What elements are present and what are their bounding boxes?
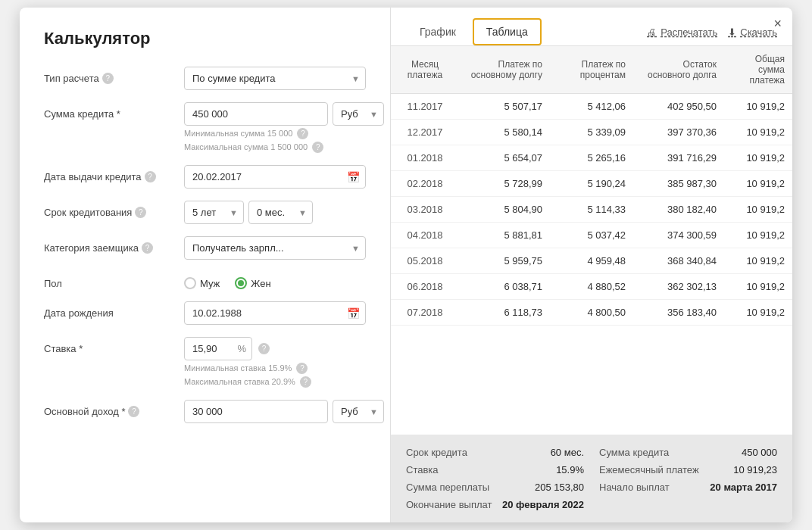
rate-help-icon[interactable]: ? <box>258 343 270 354</box>
issue-date-wrap: 📅 <box>184 165 366 189</box>
hint-min-icon[interactable]: ? <box>297 128 308 139</box>
rate-hint-min-icon[interactable]: ? <box>296 363 308 374</box>
borrower-select[interactable]: Получатель зарпл... <box>184 236 366 260</box>
cell-total: 10 919,2 <box>724 171 792 197</box>
cell-month: 05.2018 <box>391 248 459 274</box>
summary-value: 20 февраля 2022 <box>502 499 584 510</box>
tab-graph[interactable]: График <box>406 18 470 45</box>
birthdate-control: 📅 <box>184 301 366 325</box>
credit-sum-control: Руб USD EUR ▼ Минимальная сумма 15 000 ?… <box>184 102 384 153</box>
rate-label: Ставка * <box>44 337 184 354</box>
cell-principal: 5 881,81 <box>459 223 550 248</box>
gender-label: Пол <box>44 272 184 289</box>
panel-title: Калькулятор <box>44 29 366 48</box>
income-input[interactable] <box>184 400 328 423</box>
col-month: Месяц платежа <box>391 46 459 94</box>
cell-principal: 5 507,17 <box>459 94 550 120</box>
credit-sum-hint-min: Минимальная сумма 15 000 ? <box>184 128 384 139</box>
cell-principal: 5 580,14 <box>459 120 550 145</box>
hint-max-icon[interactable]: ? <box>312 142 323 153</box>
summary-value: 20 марта 2017 <box>710 482 777 493</box>
payment-table-container[interactable]: Месяц платежа Платеж по основному долгу … <box>391 46 792 435</box>
rate-input[interactable] <box>184 337 252 360</box>
borrower-row: Категория заемщика ? Получатель зарпл...… <box>44 236 366 260</box>
summary-value: 10 919,23 <box>733 464 777 475</box>
credit-sum-input[interactable] <box>184 102 328 126</box>
col-interest: Платеж по процентам <box>550 46 633 94</box>
calc-type-help-icon[interactable]: ? <box>102 73 114 84</box>
calculator-modal: × Калькулятор Тип расчета ? По сумме кре… <box>20 8 792 522</box>
cell-month: 02.2018 <box>391 171 459 197</box>
summary-label: Начало выплат <box>599 482 670 493</box>
issue-date-row: Дата выдачи кредита ? 📅 <box>44 165 366 189</box>
summary-label: Ставка <box>406 464 439 475</box>
table-body: 11.2017 5 507,17 5 412,06 402 950,50 10 … <box>391 94 792 326</box>
income-control: РубUSDEUR ▼ <box>184 400 384 423</box>
table-row: 06.2018 6 038,71 4 880,52 362 302,13 10 … <box>391 274 792 300</box>
birthdate-input[interactable] <box>184 301 366 325</box>
income-currency-select[interactable]: РубUSDEUR <box>333 400 384 423</box>
cell-balance: 380 182,40 <box>633 197 724 223</box>
term-label: Срок кредитования ? <box>44 201 184 218</box>
summary-row: Ставка 15.9% <box>406 463 584 477</box>
cell-principal: 5 728,99 <box>459 171 550 197</box>
summary-label: Сумма кредита <box>599 447 669 458</box>
cell-month: 11.2017 <box>391 94 459 120</box>
currency-select[interactable]: Руб USD EUR <box>333 102 384 126</box>
term-years-select[interactable]: 1 лет2 лет3 лет 4 лет5 лет 6 лет7 лет10 … <box>184 201 244 224</box>
term-help-icon[interactable]: ? <box>135 207 146 218</box>
borrower-control: Получатель зарпл... ▼ <box>184 236 366 260</box>
rate-control: % ? Минимальная ставка 15.9% ? Максималь… <box>184 337 366 388</box>
borrower-select-wrap: Получатель зарпл... ▼ <box>184 236 366 260</box>
credit-sum-label: Сумма кредита * <box>44 102 184 120</box>
rate-hint-max-icon[interactable]: ? <box>300 376 311 388</box>
credit-sum-row: Сумма кредита * Руб USD EUR ▼ Минима <box>44 102 366 153</box>
gender-male-option[interactable]: Муж <box>184 277 220 289</box>
col-balance: Остаток основного долга <box>633 46 724 94</box>
income-help-icon[interactable]: ? <box>128 406 139 417</box>
summary-label: Ежемесячный платеж <box>599 464 699 475</box>
print-button[interactable]: 🖨 Распечатать <box>647 26 717 38</box>
calc-type-control: По сумме кредита По платежу ▼ <box>184 67 366 90</box>
print-icon: 🖨 <box>647 26 657 38</box>
cell-balance: 356 183,40 <box>633 300 724 326</box>
summary-row: Ежемесячный платеж 10 919,23 <box>599 463 777 477</box>
cell-month: 07.2018 <box>391 300 459 326</box>
gender-male-radio[interactable] <box>184 277 196 289</box>
issue-date-input[interactable] <box>184 165 366 189</box>
issue-date-help-icon[interactable]: ? <box>145 171 156 182</box>
borrower-help-icon[interactable]: ? <box>142 242 153 254</box>
income-currency-select-wrap: РубUSDEUR ▼ <box>333 400 384 423</box>
cell-total: 10 919,2 <box>724 120 792 145</box>
cell-interest: 5 190,24 <box>550 171 633 197</box>
col-total: Общая сумма платежа <box>724 46 792 94</box>
cell-interest: 5 037,42 <box>550 223 633 248</box>
summary-label: Окончание выплат <box>406 499 492 510</box>
rate-input-wrap: % <box>184 337 252 360</box>
summary-value: 60 мес. <box>551 447 584 458</box>
cell-month: 06.2018 <box>391 274 459 300</box>
cell-interest: 5 412,06 <box>550 94 633 120</box>
cell-interest: 5 114,33 <box>550 197 633 223</box>
gender-female-option[interactable]: Жен <box>235 277 270 289</box>
close-button[interactable]: × <box>773 17 782 30</box>
col-principal: Платеж по основному долгу <box>459 46 550 94</box>
cell-principal: 5 654,07 <box>459 145 550 171</box>
birthdate-wrap: 📅 <box>184 301 366 325</box>
cell-total: 10 919,2 <box>724 94 792 120</box>
gender-female-radio[interactable] <box>235 277 247 289</box>
calc-type-select[interactable]: По сумме кредита По платежу <box>184 67 366 90</box>
download-button[interactable]: ⬇ Скачать <box>728 26 777 38</box>
cell-balance: 362 302,13 <box>633 274 724 300</box>
term-control: 1 лет2 лет3 лет 4 лет5 лет 6 лет7 лет10 … <box>184 201 366 224</box>
cell-month: 01.2018 <box>391 145 459 171</box>
tab-table[interactable]: Таблица <box>473 18 542 45</box>
rate-hint-min: Минимальная ставка 15.9% ? <box>184 363 366 374</box>
calc-type-select-wrap: По сумме кредита По платежу ▼ <box>184 67 366 90</box>
table-row: 11.2017 5 507,17 5 412,06 402 950,50 10 … <box>391 94 792 120</box>
cell-interest: 4 959,48 <box>550 248 633 274</box>
borrower-label: Категория заемщика ? <box>44 236 184 254</box>
cell-balance: 385 987,30 <box>633 171 724 197</box>
term-row: Срок кредитования ? 1 лет2 лет3 лет 4 ле… <box>44 201 366 224</box>
term-months-select[interactable]: 0 мес.1 мес.2 мес. 3 мес.4 мес.5 мес. 6 … <box>248 201 313 224</box>
